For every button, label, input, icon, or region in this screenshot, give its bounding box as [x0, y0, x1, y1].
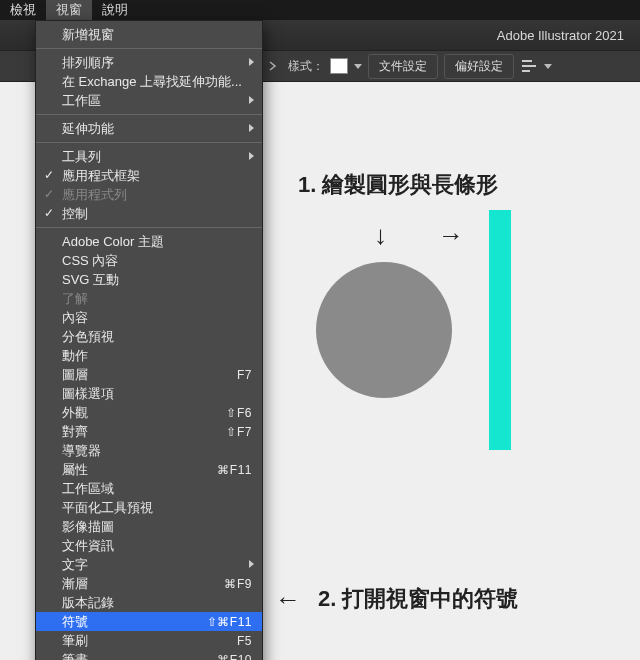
- menu-item[interactable]: 平面化工具預視: [36, 498, 262, 517]
- toolbar-next-icon[interactable]: [264, 61, 282, 71]
- menu-item[interactable]: 圖層F7: [36, 365, 262, 384]
- menu-item[interactable]: 工作區域: [36, 479, 262, 498]
- menu-item-label: 屬性: [62, 461, 217, 479]
- annotation-step2: 2. 打開視窗中的符號: [318, 584, 518, 614]
- menu-item-shortcut: ⇧⌘F11: [207, 615, 252, 629]
- bar-shape: [489, 210, 511, 450]
- menu-item[interactable]: 分色預視: [36, 327, 262, 346]
- menu-help[interactable]: 說明: [92, 0, 138, 20]
- submenu-arrow-icon: [249, 96, 254, 104]
- menu-item-label: 應用程式列: [62, 186, 252, 204]
- app-title: Adobe Illustrator 2021: [497, 28, 624, 43]
- align-dropdown-icon[interactable]: [544, 64, 552, 69]
- menu-item[interactable]: 工具列: [36, 147, 262, 166]
- menu-item[interactable]: ✓控制: [36, 204, 262, 223]
- menu-item[interactable]: 內容: [36, 308, 262, 327]
- menu-item-shortcut: ⌘F10: [217, 653, 252, 661]
- menu-item[interactable]: 圖樣選項: [36, 384, 262, 403]
- align-icon[interactable]: [520, 58, 538, 74]
- arrow-right-icon: →: [438, 220, 464, 251]
- doc-settings-button[interactable]: 文件設定: [368, 54, 438, 79]
- svg-rect-0: [522, 60, 532, 62]
- svg-rect-1: [522, 65, 536, 67]
- menu-item[interactable]: 導覽器: [36, 441, 262, 460]
- menu-item-label: 在 Exchange 上尋找延伸功能...: [62, 73, 252, 91]
- menu-item-shortcut: ⇧F7: [226, 425, 252, 439]
- menu-item-shortcut: ⌘F11: [217, 463, 252, 477]
- menu-item-label: Adobe Color 主題: [62, 233, 252, 251]
- menu-item-label: 文件資訊: [62, 537, 252, 555]
- menu-item-label: 圖樣選項: [62, 385, 252, 403]
- arrow-left-icon: ←: [275, 584, 301, 615]
- check-icon: ✓: [44, 206, 54, 220]
- menu-item[interactable]: 屬性⌘F11: [36, 460, 262, 479]
- menu-separator: [36, 114, 262, 115]
- menu-item-label: 筆刷: [62, 632, 237, 650]
- pref-settings-button[interactable]: 偏好設定: [444, 54, 514, 79]
- submenu-arrow-icon: [249, 58, 254, 66]
- menu-separator: [36, 142, 262, 143]
- menu-item-label: 排列順序: [62, 54, 252, 72]
- menu-view[interactable]: 檢視: [0, 0, 46, 20]
- menu-item[interactable]: 影像描圖: [36, 517, 262, 536]
- arrow-down-icon: ↓: [374, 220, 387, 251]
- menu-item-label: CSS 內容: [62, 252, 252, 270]
- menu-item: ✓應用程式列: [36, 185, 262, 204]
- menu-item-shortcut: F7: [237, 368, 252, 382]
- circle-shape: [316, 262, 452, 398]
- menu-item[interactable]: 筆刷F5: [36, 631, 262, 650]
- menu-item[interactable]: CSS 內容: [36, 251, 262, 270]
- menu-item[interactable]: 延伸功能: [36, 119, 262, 138]
- menu-item-label: 內容: [62, 309, 252, 327]
- annotation-step1: 1. 繪製圓形與長條形: [298, 170, 498, 200]
- menu-item-label: 平面化工具預視: [62, 499, 252, 517]
- menu-item[interactable]: 版本記錄: [36, 593, 262, 612]
- menu-item[interactable]: 符號⇧⌘F11: [36, 612, 262, 631]
- menu-item-shortcut: F5: [237, 634, 252, 648]
- menu-item-label: 影像描圖: [62, 518, 252, 536]
- style-label: 樣式：: [288, 58, 324, 75]
- menu-item[interactable]: 文件資訊: [36, 536, 262, 555]
- menu-item[interactable]: ✓應用程式框架: [36, 166, 262, 185]
- menu-item[interactable]: 外觀⇧F6: [36, 403, 262, 422]
- submenu-arrow-icon: [249, 560, 254, 568]
- menu-item-label: 工作區域: [62, 480, 252, 498]
- menu-item-label: 文字: [62, 556, 252, 574]
- menu-item[interactable]: 在 Exchange 上尋找延伸功能...: [36, 72, 262, 91]
- menu-item-label: 了解: [62, 290, 252, 308]
- menu-item: 了解: [36, 289, 262, 308]
- menu-item-label: 分色預視: [62, 328, 252, 346]
- menu-separator: [36, 48, 262, 49]
- menu-item[interactable]: 漸層⌘F9: [36, 574, 262, 593]
- menu-item-label: 漸層: [62, 575, 224, 593]
- menu-separator: [36, 227, 262, 228]
- menu-item[interactable]: 筆畫⌘F10: [36, 650, 262, 660]
- menu-item-label: 新增視窗: [62, 26, 252, 44]
- menu-item-label: 工作區: [62, 92, 252, 110]
- menu-item[interactable]: 動作: [36, 346, 262, 365]
- menu-item[interactable]: 排列順序: [36, 53, 262, 72]
- menu-window[interactable]: 視窗: [46, 0, 92, 20]
- menu-item[interactable]: Adobe Color 主題: [36, 232, 262, 251]
- style-swatch[interactable]: [330, 58, 348, 74]
- menu-item[interactable]: 新增視窗: [36, 25, 262, 44]
- menu-item[interactable]: 工作區: [36, 91, 262, 110]
- menu-item-label: 控制: [62, 205, 252, 223]
- menu-item[interactable]: 文字: [36, 555, 262, 574]
- menu-item[interactable]: SVG 互動: [36, 270, 262, 289]
- menu-item-label: 工具列: [62, 148, 252, 166]
- menu-item-label: 應用程式框架: [62, 167, 252, 185]
- menu-item-label: 符號: [62, 613, 207, 631]
- submenu-arrow-icon: [249, 124, 254, 132]
- check-icon: ✓: [44, 168, 54, 182]
- window-menu-panel: 新增視窗排列順序在 Exchange 上尋找延伸功能...工作區延伸功能工具列✓…: [35, 20, 263, 660]
- menu-item-label: 延伸功能: [62, 120, 252, 138]
- menu-item-label: 筆畫: [62, 651, 217, 661]
- menu-item-label: 外觀: [62, 404, 226, 422]
- menu-item[interactable]: 對齊⇧F7: [36, 422, 262, 441]
- menubar: 檢視 視窗 說明: [0, 0, 640, 20]
- menu-item-label: 對齊: [62, 423, 226, 441]
- style-dropdown-icon[interactable]: [354, 64, 362, 69]
- menu-item-label: SVG 互動: [62, 271, 252, 289]
- menu-item-label: 動作: [62, 347, 252, 365]
